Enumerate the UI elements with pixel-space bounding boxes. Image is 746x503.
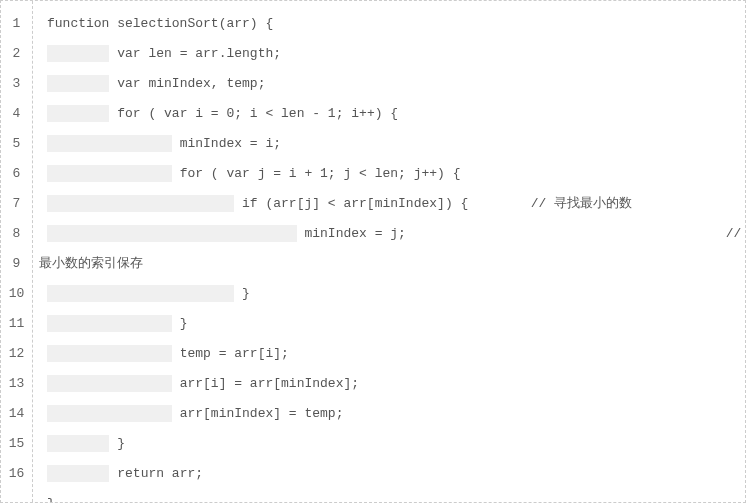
line-number: 4 (1, 99, 32, 129)
code-line: minIndex = j; // 将 (39, 219, 737, 249)
line-number: 14 (1, 399, 32, 429)
code-line: return arr; (39, 459, 737, 489)
line-number: 6 (1, 159, 32, 189)
code-line: var minIndex, temp; (39, 69, 737, 99)
line-number: 11 (1, 309, 32, 339)
line-number: 10 (1, 279, 32, 309)
code-line: 最小数的索引保存 (39, 249, 737, 279)
code-line: } (39, 279, 737, 309)
line-number: 9 (1, 249, 32, 279)
line-number: 16 (1, 459, 32, 489)
line-number: 12 (1, 339, 32, 369)
code-line: arr[minIndex] = temp; (39, 399, 737, 429)
code-line: minIndex = i; (39, 129, 737, 159)
code-line: function selectionSort(arr) { (39, 9, 737, 39)
code-content: function selectionSort(arr) { var len = … (33, 1, 745, 502)
code-line: for ( var j = i + 1; j < len; j++) { (39, 159, 737, 189)
line-number: 8 (1, 219, 32, 249)
line-number: 3 (1, 69, 32, 99)
code-line: if (arr[j] < arr[minIndex]) { // 寻找最小的数 (39, 189, 737, 219)
code-block: 1 2 3 4 5 6 7 8 9 10 11 12 13 14 15 16 f… (0, 0, 746, 503)
code-line: } (39, 429, 737, 459)
code-line: for ( var i = 0; i < len - 1; i++) { (39, 99, 737, 129)
code-line: arr[i] = arr[minIndex]; (39, 369, 737, 399)
code-line: } (39, 489, 737, 502)
line-number: 2 (1, 39, 32, 69)
code-line: var len = arr.length; (39, 39, 737, 69)
line-number: 7 (1, 189, 32, 219)
line-number: 13 (1, 369, 32, 399)
code-line: temp = arr[i]; (39, 339, 737, 369)
line-number: 1 (1, 9, 32, 39)
line-number: 5 (1, 129, 32, 159)
line-number-gutter: 1 2 3 4 5 6 7 8 9 10 11 12 13 14 15 16 (1, 1, 33, 502)
code-line: } (39, 309, 737, 339)
line-number: 15 (1, 429, 32, 459)
